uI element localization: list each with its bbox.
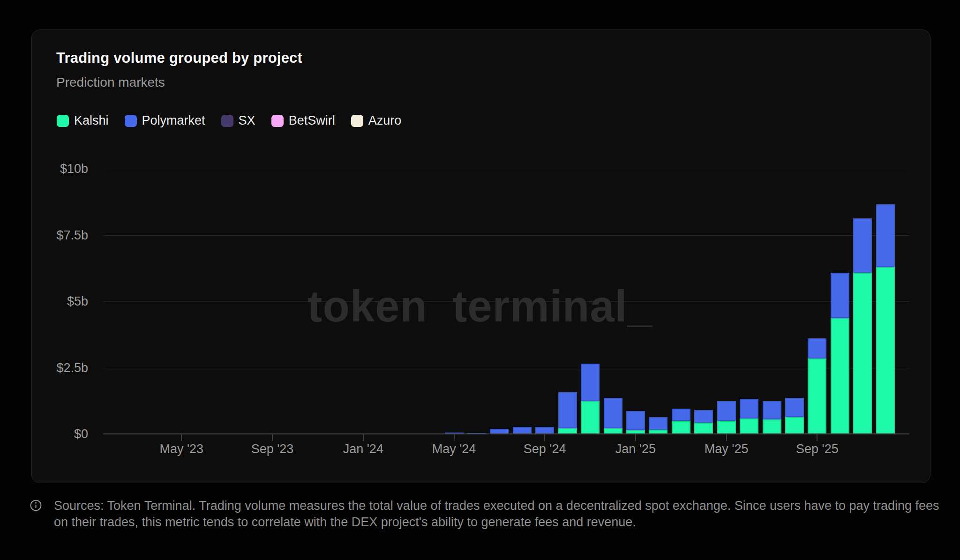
bar-segment-polymarket[interactable] (740, 399, 758, 418)
footnote-line-2: on their trades, this metric tends to co… (54, 515, 636, 529)
legend-swatch (351, 115, 363, 127)
bar-group[interactable] (740, 399, 758, 434)
bar-segment-polymarket[interactable] (649, 417, 668, 430)
gridline (103, 235, 909, 236)
bar-segment-polymarket[interactable] (604, 398, 622, 429)
page: Trading volume grouped by project Predic… (0, 0, 960, 560)
x-axis-tick (635, 434, 636, 441)
bar-segment-polymarket[interactable] (853, 218, 872, 273)
bar-group[interactable] (626, 411, 645, 434)
bar-group[interactable] (876, 204, 895, 434)
legend-item-label: Kalshi (74, 113, 109, 128)
x-axis-tick (544, 434, 545, 441)
legend-item-label: Azuro (368, 113, 402, 128)
bar-group[interactable] (831, 273, 849, 434)
footnote-line-1: Sources: Token Terminal. Trading volume … (54, 499, 939, 513)
bar-segment-polymarket[interactable] (672, 409, 690, 421)
bar-segment-kalshi[interactable] (831, 318, 849, 434)
bar-group[interactable] (785, 398, 804, 434)
x-axis-tick (181, 434, 182, 441)
legend-item-label: Polymarket (142, 113, 205, 128)
legend-swatch (221, 115, 233, 127)
x-axis-label: Jan '24 (326, 441, 401, 456)
x-axis-tick (454, 434, 455, 441)
x-axis-line (103, 433, 909, 434)
y-axis-label: $10b (32, 161, 88, 176)
chart-subtitle: Prediction markets (56, 75, 165, 90)
bar-segment-kalshi[interactable] (853, 273, 872, 434)
bar-group[interactable] (649, 417, 668, 434)
x-axis-label: May '24 (417, 441, 492, 456)
x-axis-tick (726, 434, 727, 441)
x-axis-label: Sep '24 (507, 441, 582, 456)
bar-segment-polymarket[interactable] (876, 204, 895, 267)
y-axis-label: $7.5b (32, 228, 88, 243)
token-terminal-watermark: token terminal_ (0, 281, 960, 332)
chart-title: Trading volume grouped by project (56, 50, 302, 67)
legend-swatch (125, 115, 137, 127)
legend-item-label: BetSwirl (289, 113, 335, 128)
bar-segment-polymarket[interactable] (513, 427, 532, 434)
bar-segment-polymarket[interactable] (808, 338, 826, 358)
bar-group[interactable] (581, 364, 600, 434)
gridline (103, 368, 909, 368)
bar-segment-polymarket[interactable] (558, 392, 577, 428)
bar-segment-kalshi[interactable] (717, 421, 736, 434)
legend-item-azuro[interactable]: Azuro (351, 113, 402, 128)
bar-group[interactable] (717, 401, 736, 434)
x-axis-label: Jan '25 (598, 441, 673, 456)
y-axis-label: $0 (32, 426, 88, 441)
x-axis-label: Sep '23 (235, 441, 310, 456)
legend-item-polymarket[interactable]: Polymarket (125, 113, 205, 128)
y-axis-label: $2.5b (32, 360, 88, 375)
info-icon[interactable] (30, 500, 42, 511)
legend-item-kalshi[interactable]: Kalshi (57, 113, 109, 128)
bar-segment-polymarket[interactable] (717, 401, 736, 420)
bar-segment-polymarket[interactable] (626, 411, 645, 430)
bar-segment-kalshi[interactable] (876, 267, 895, 434)
legend-swatch (271, 115, 284, 127)
chart-footnote: Sources: Token Terminal. Trading volume … (30, 498, 939, 530)
bar-segment-kalshi[interactable] (785, 417, 804, 434)
bar-segment-kalshi[interactable] (581, 401, 600, 434)
gridline (103, 169, 909, 169)
bar-segment-kalshi[interactable] (672, 421, 690, 434)
bar-group[interactable] (763, 401, 781, 434)
legend: KalshiPolymarketSXBetSwirlAzuro (57, 113, 401, 128)
footnote-text: Sources: Token Terminal. Trading volume … (54, 498, 939, 530)
x-axis-tick (363, 434, 364, 441)
legend-item-betswirl[interactable]: BetSwirl (271, 113, 335, 128)
x-axis-label: May '25 (689, 441, 764, 456)
bar-segment-kalshi[interactable] (763, 419, 781, 434)
legend-swatch (57, 115, 69, 127)
bar-group[interactable] (853, 218, 872, 434)
bar-group[interactable] (513, 427, 532, 434)
bar-segment-polymarket[interactable] (535, 427, 554, 434)
bar-segment-polymarket[interactable] (581, 364, 600, 401)
bar-group[interactable] (672, 409, 690, 434)
bar-segment-kalshi[interactable] (740, 418, 758, 434)
x-axis-tick (272, 434, 273, 441)
x-axis-label: Sep '25 (780, 441, 855, 456)
bar-segment-polymarket[interactable] (763, 401, 781, 419)
bar-segment-kalshi[interactable] (694, 423, 713, 434)
bar-segment-polymarket[interactable] (694, 410, 713, 423)
x-axis-tick (817, 434, 818, 441)
bar-group[interactable] (558, 392, 577, 434)
legend-item-sx[interactable]: SX (221, 113, 255, 128)
bar-group[interactable] (808, 338, 826, 434)
bar-segment-polymarket[interactable] (785, 398, 804, 417)
bar-group[interactable] (694, 410, 713, 434)
bar-group[interactable] (535, 427, 554, 434)
bar-segment-kalshi[interactable] (808, 358, 826, 434)
bar-group[interactable] (604, 398, 622, 434)
legend-item-label: SX (239, 113, 255, 128)
bar-segment-polymarket[interactable] (831, 273, 849, 318)
x-axis-label: May '23 (144, 441, 219, 456)
